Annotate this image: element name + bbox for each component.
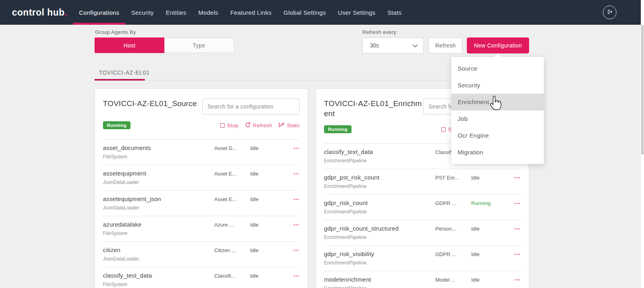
config-loader: JsonDataLoader: [103, 180, 214, 185]
config-type: PST Enr...: [435, 174, 471, 181]
menu-item-migration[interactable]: Migration: [451, 144, 544, 161]
nav-item-stats[interactable]: Stats: [381, 0, 408, 25]
config-type: GDPR ...: [435, 251, 471, 257]
menu-item-security[interactable]: Security: [451, 77, 544, 94]
nav-item-user-settings[interactable]: User Settings: [332, 0, 381, 25]
config-status: Idle: [250, 144, 284, 151]
config-loader: EnrichmentPipeline: [324, 158, 435, 164]
row-more-button[interactable]: •••: [284, 144, 300, 150]
table-row: assetequipmentJsonDataLoader Asset E... …: [103, 165, 300, 191]
row-more-button[interactable]: •••: [284, 195, 300, 201]
refresh-icon: [245, 122, 251, 129]
config-loader: EnrichmentPipeline: [324, 260, 435, 266]
config-loader: FileSystem: [103, 282, 214, 287]
table-row: asset_documentsFileSystem Asset D... Idl…: [103, 140, 300, 165]
nav-item-entities[interactable]: Entities: [160, 0, 192, 25]
table-row: gdpr_risk_count_structuredEnrichmentPipe…: [324, 220, 521, 246]
config-name: gdpr_risk_count: [324, 199, 435, 206]
row-more-button[interactable]: •••: [506, 174, 521, 180]
config-name: gdpr_risk_count_structured: [324, 225, 435, 232]
nav-item-security[interactable]: Security: [125, 0, 160, 25]
config-type: Model ...: [435, 276, 471, 283]
new-configuration-button[interactable]: New Configuration: [467, 37, 529, 53]
status-badge: Running: [324, 125, 352, 133]
config-type: Asset E...: [214, 170, 250, 177]
logout-icon: [606, 8, 613, 17]
scrollbar-track[interactable]: [641, 0, 644, 288]
config-status: Idle: [471, 276, 506, 283]
config-name: modelenrichment: [324, 276, 435, 283]
row-more-button[interactable]: •••: [506, 251, 521, 256]
stop-button[interactable]: Stop: [220, 122, 239, 128]
config-loader: JsonDataLoader: [103, 256, 214, 262]
table-row: gdpr_risk_visibilityEnrichmentPipeline G…: [324, 246, 521, 271]
refresh-card-button[interactable]: Refresh: [245, 122, 273, 129]
row-more-button[interactable]: •••: [506, 199, 521, 205]
host-tab-tovicci-az-el01[interactable]: TOVICCI-AZ-EL01: [99, 69, 150, 76]
config-type: Citizen ...: [214, 247, 250, 253]
search-input[interactable]: [202, 99, 300, 114]
config-loader: JsonDataLoader: [103, 205, 214, 211]
table-row: modelenrichmentEnrichmentPipeline Model …: [324, 271, 521, 288]
config-type: GDPR ...: [435, 199, 471, 206]
refresh-interval-select[interactable]: 30s: [362, 37, 424, 53]
group-by-host-button[interactable]: Host: [95, 37, 164, 53]
page: control hub. Configurations Security Ent…: [0, 0, 644, 288]
row-more-button[interactable]: •••: [506, 225, 521, 231]
row-more-button[interactable]: •••: [284, 247, 300, 252]
row-more-button[interactable]: •••: [284, 221, 300, 227]
table-row: gdpr_pst_risk_countEnrichmentPipeline PS…: [324, 169, 521, 195]
config-loader: EnrichmentPipeline: [324, 209, 435, 215]
config-status: Idle: [250, 170, 284, 177]
stop-icon: [441, 127, 446, 132]
refresh-button[interactable]: Refresh: [429, 37, 462, 53]
config-type: Asset E...: [214, 195, 250, 202]
config-status: Idle: [471, 174, 506, 181]
menu-item-ocr-engine[interactable]: Ocr Engine: [451, 127, 544, 144]
menu-item-job[interactable]: Job: [451, 110, 544, 127]
new-configuration-menu: Source Security Enrichment Job Ocr Engin…: [451, 57, 544, 164]
row-more-button[interactable]: •••: [506, 276, 521, 282]
group-by-toggle: Host Type: [95, 37, 234, 53]
host-tab-active-indicator: [95, 79, 145, 81]
config-type: Person...: [435, 225, 471, 232]
config-status: Idle: [250, 195, 284, 202]
card-title: TOVICCI-AZ-EL01_Source: [103, 99, 202, 114]
config-status: Idle: [471, 225, 506, 232]
table-row: citizenJsonDataLoader Citizen ... Idle •…: [103, 242, 300, 267]
config-loader: FileSystem: [103, 231, 214, 236]
menu-item-enrichment[interactable]: Enrichment: [451, 94, 544, 110]
refresh-every-label: Refresh every:: [362, 29, 398, 35]
group-by-type-button[interactable]: Type: [164, 38, 234, 53]
config-type: Azure ...: [214, 221, 250, 228]
top-navbar: control hub. Configurations Security Ent…: [0, 0, 644, 25]
nav-item-global-settings[interactable]: Global Settings: [278, 0, 332, 25]
row-more-button[interactable]: •••: [284, 170, 300, 176]
config-name: gdpr_risk_visibility: [324, 251, 435, 257]
row-more-button[interactable]: •••: [284, 272, 300, 278]
config-name: gdpr_pst_risk_count: [324, 174, 435, 181]
logout-button[interactable]: [603, 6, 616, 19]
config-type: Classifi...: [214, 272, 250, 279]
config-name: azuredatalake: [103, 221, 214, 228]
config-loader: EnrichmentPipeline: [324, 286, 435, 288]
main-nav: Configurations Security Entities Models …: [73, 0, 408, 25]
nav-item-configurations[interactable]: Configurations: [73, 0, 125, 25]
refresh-interval-value: 30s: [370, 42, 379, 49]
config-name: assetequipment_json: [103, 195, 214, 202]
config-name: classify_test_data: [103, 272, 214, 279]
chevron-down-icon: [413, 42, 418, 49]
menu-item-source[interactable]: Source: [451, 60, 544, 77]
config-name: citizen: [103, 247, 214, 253]
nav-item-featured-links[interactable]: Featured Links: [224, 0, 277, 25]
config-status: Idle: [250, 247, 284, 253]
config-status: Idle: [250, 272, 284, 279]
config-name: classify_text_data: [324, 148, 435, 155]
table-row: azuredatalakeFileSystem Azure ... Idle •…: [103, 216, 300, 242]
scrollbar-thumb[interactable]: [641, 25, 644, 155]
stats-button[interactable]: Stats: [279, 122, 300, 129]
stats-icon: [279, 122, 284, 129]
config-loader: EnrichmentPipeline: [324, 235, 435, 240]
nav-item-models[interactable]: Models: [192, 0, 224, 25]
card-title: TOVICCI-AZ-EL01_Enrichment: [324, 99, 423, 118]
